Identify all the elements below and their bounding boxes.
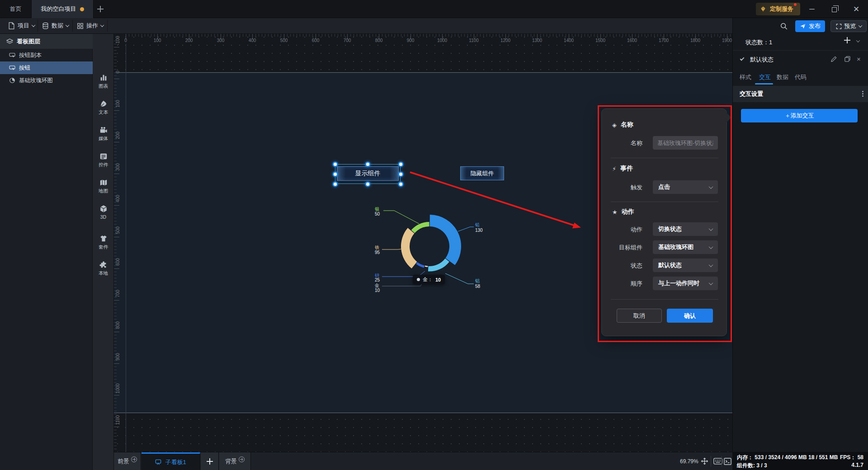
chart-tooltip: 金： 10	[413, 275, 445, 284]
ruler-label: 700	[340, 38, 354, 43]
add-background-icon[interactable]	[239, 456, 245, 462]
video-camera-icon	[99, 126, 108, 134]
chart-label-name: 金	[374, 283, 379, 288]
selection-handle[interactable]	[399, 163, 402, 166]
delete-state-icon[interactable]: ×	[857, 55, 861, 63]
rose-slice-锌[interactable]	[416, 262, 425, 268]
default-state-row[interactable]: 默认状态 ×	[733, 51, 868, 69]
ruler-label: 900	[404, 38, 417, 43]
ruler-label: 500	[115, 224, 120, 237]
rose-slice-铅[interactable]	[430, 215, 461, 265]
component-label: 套件	[99, 244, 108, 250]
keyboard-icon[interactable]	[713, 458, 722, 465]
annotation-rectangle	[598, 105, 732, 342]
rose-slice-银[interactable]	[411, 222, 429, 233]
fps-status: FPS： 58	[840, 454, 863, 461]
copy-icon[interactable]	[844, 56, 851, 62]
layers-panel: 看板图层 按钮副本 按钮 基础玫瑰环图	[0, 34, 93, 470]
board-tab-active[interactable]: 子看板1	[142, 452, 200, 470]
add-board-button[interactable]	[201, 452, 219, 470]
selection-handle[interactable]	[399, 173, 402, 176]
component-controls[interactable]: 控件	[93, 152, 114, 173]
menu-operate[interactable]: 操作	[77, 18, 104, 33]
chevron-down-icon	[66, 23, 69, 27]
selection-handle[interactable]	[334, 163, 337, 166]
rose-slice-金[interactable]	[425, 266, 428, 267]
add-state-button[interactable]	[844, 37, 852, 45]
custom-service-badge[interactable]: 定制服务	[756, 3, 800, 15]
chart-label-leader	[445, 273, 474, 284]
more-options-icon[interactable]	[862, 91, 863, 97]
tab-code[interactable]: 代码	[795, 73, 807, 81]
collapse-states-chevron-icon[interactable]	[856, 38, 860, 42]
selection-outline[interactable]	[335, 164, 401, 184]
chart-label-name: 铁	[375, 245, 379, 250]
rose-slice-铝[interactable]	[428, 258, 449, 272]
publish-button[interactable]: 发布	[795, 20, 825, 32]
ruler-label: 1300	[530, 38, 544, 43]
chevron-down-icon	[858, 24, 862, 27]
selection-handle[interactable]	[399, 183, 402, 186]
ruler-horizontal	[114, 34, 732, 44]
terminal-icon[interactable]	[724, 458, 731, 465]
add-interaction-button[interactable]: ＋添加交互	[741, 109, 858, 122]
layer-item-button[interactable]: 按钮	[0, 61, 93, 74]
puzzle-icon	[99, 261, 108, 269]
add-foreground-icon[interactable]	[131, 456, 137, 462]
divider	[38, 20, 38, 32]
component-media[interactable]: 媒体	[93, 126, 114, 147]
design-canvas[interactable]: 0100200300400500600700800900100011001200…	[114, 34, 732, 452]
ruler-label: 400	[245, 38, 259, 43]
component-charts[interactable]: 图表	[93, 74, 114, 94]
layer-item-label: 按钮副本	[19, 52, 42, 59]
window-minimize-button[interactable]: ─	[806, 4, 818, 14]
preview-button[interactable]: 预览	[830, 20, 867, 32]
component-3d[interactable]: 3D	[93, 205, 114, 226]
component-label: 文本	[99, 109, 108, 116]
menu-data[interactable]: 数据	[42, 18, 69, 33]
paper-plane-icon	[800, 23, 806, 29]
ruler-label: 1400	[562, 38, 576, 43]
tab-interaction[interactable]: 交互	[759, 73, 771, 81]
window-restore-button[interactable]	[828, 4, 840, 14]
component-map[interactable]: 地图	[93, 179, 114, 199]
ruler-label: 300	[115, 160, 120, 174]
component-label: 本地	[99, 270, 108, 277]
layer-item-rose-chart[interactable]: 基础玫瑰环图	[0, 74, 93, 87]
database-icon	[42, 22, 49, 29]
zoom-level[interactable]: 69.79%	[680, 458, 698, 465]
ruler-label: 700	[115, 287, 120, 301]
ruler-label: 600	[309, 38, 322, 43]
chart-label-value: 130	[475, 228, 483, 233]
component-local[interactable]: 本地	[93, 261, 114, 282]
tab-project[interactable]: 我的空白项目	[32, 0, 94, 18]
selection-handle[interactable]	[334, 183, 337, 186]
tab-data[interactable]: 数据	[777, 73, 788, 81]
rose-chart-svg[interactable]: 铅130铝58金10锌25铁95银50	[357, 188, 502, 307]
interaction-settings-header: 交互设置	[733, 86, 868, 102]
layer-item-label: 按钮	[19, 64, 30, 72]
selection-handle[interactable]	[334, 173, 337, 176]
component-label: 图表	[99, 83, 108, 89]
unsaved-dot-icon	[80, 7, 84, 11]
tab-style[interactable]: 样式	[740, 73, 751, 81]
selection-handle[interactable]	[366, 163, 369, 166]
background-tab[interactable]: 背景	[219, 452, 251, 470]
component-kit[interactable]: 套件	[93, 235, 114, 255]
hide-component-button[interactable]: 隐藏组件	[460, 166, 504, 180]
window-close-button[interactable]: ✕	[850, 4, 863, 14]
rose-slice-铁[interactable]	[401, 228, 417, 268]
edit-pencil-icon[interactable]	[830, 56, 837, 62]
publish-label: 发布	[809, 22, 821, 30]
search-icon[interactable]	[780, 22, 788, 30]
layer-item-button-copy[interactable]: 按钮副本	[0, 49, 93, 61]
menu-project[interactable]: 项目	[8, 18, 35, 33]
selection-handle[interactable]	[366, 183, 369, 186]
component-text[interactable]: 文本	[93, 100, 114, 121]
new-tab-button[interactable]	[97, 5, 104, 13]
ruler-label: 0	[119, 38, 132, 43]
tab-home[interactable]: 首页	[0, 0, 32, 18]
fit-screen-icon[interactable]	[701, 457, 708, 465]
foreground-tab[interactable]: 前景	[114, 452, 141, 470]
preview-frame-icon	[836, 24, 842, 29]
